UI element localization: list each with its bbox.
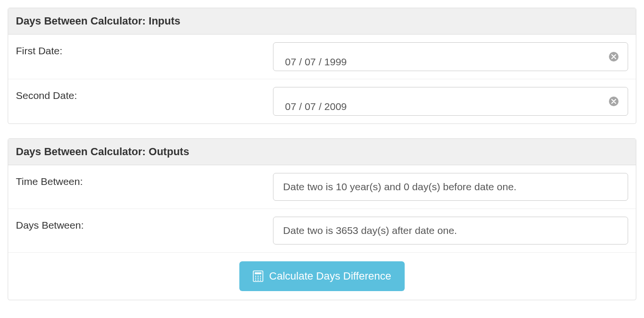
svg-point-6: [258, 278, 259, 279]
clear-second-date-icon[interactable]: [609, 97, 619, 106]
first-date-input[interactable]: 07 / 07 / 1999: [273, 42, 628, 71]
svg-point-8: [255, 280, 256, 281]
calculator-icon: [253, 270, 263, 282]
button-row: Calculate Days Difference: [8, 253, 636, 300]
outputs-panel: Days Between Calculator: Outputs Time Be…: [8, 138, 636, 300]
days-between-row: Days Between: Date two is 3653 day(s) af…: [8, 209, 636, 253]
time-between-row: Time Between: Date two is 10 year(s) and…: [8, 165, 636, 209]
time-between-output: Date two is 10 year(s) and 0 day(s) befo…: [273, 173, 628, 201]
svg-point-2: [255, 276, 256, 277]
second-date-value: 07 / 07 / 2009: [285, 101, 347, 112]
days-between-output: Date two is 3653 day(s) after date one.: [273, 217, 628, 245]
svg-rect-1: [255, 272, 261, 274]
days-between-field-wrap: Date two is 3653 day(s) after date one.: [273, 217, 628, 245]
second-date-row: Second Date: 07 / 07 / 2009: [8, 79, 636, 123]
time-between-value: Date two is 10 year(s) and 0 day(s) befo…: [283, 181, 517, 193]
first-date-value: 07 / 07 / 1999: [285, 56, 347, 68]
first-date-row: First Date: 07 / 07 / 1999: [8, 35, 636, 79]
inputs-panel-header: Days Between Calculator: Inputs: [8, 8, 636, 35]
first-date-label: First Date:: [16, 42, 273, 57]
second-date-label: Second Date:: [16, 87, 273, 101]
days-between-value: Date two is 3653 day(s) after date one.: [283, 225, 457, 236]
second-date-input[interactable]: 07 / 07 / 2009: [273, 87, 628, 116]
calculate-button-label: Calculate Days Difference: [269, 270, 391, 282]
svg-point-7: [260, 278, 261, 279]
svg-point-3: [258, 276, 259, 277]
svg-point-4: [260, 276, 261, 277]
inputs-panel: Days Between Calculator: Inputs First Da…: [8, 8, 636, 124]
svg-point-5: [255, 278, 256, 279]
time-between-field-wrap: Date two is 10 year(s) and 0 day(s) befo…: [273, 173, 628, 201]
days-between-label: Days Between:: [16, 217, 273, 231]
first-date-field-wrap: 07 / 07 / 1999: [273, 42, 628, 71]
calculate-button[interactable]: Calculate Days Difference: [239, 261, 405, 291]
svg-point-10: [260, 280, 261, 281]
outputs-panel-header: Days Between Calculator: Outputs: [8, 139, 636, 165]
second-date-field-wrap: 07 / 07 / 2009: [273, 87, 628, 116]
time-between-label: Time Between:: [16, 173, 273, 187]
clear-first-date-icon[interactable]: [609, 52, 619, 61]
svg-point-9: [258, 280, 259, 281]
